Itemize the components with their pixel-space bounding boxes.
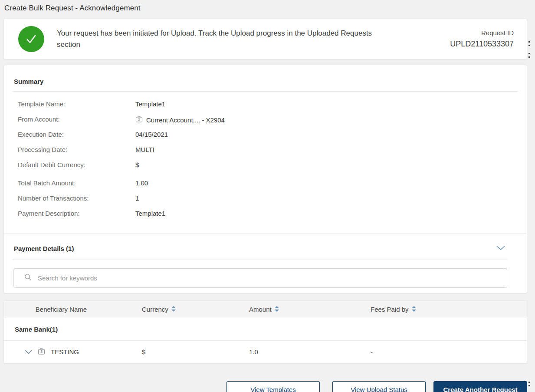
payment-details-header: Payment Details (1) [4,234,527,252]
column-header-label: Currency [142,306,168,313]
summary-label: Number of Transactions: [18,194,135,202]
view-templates-button[interactable]: View Templates [226,381,320,392]
edge-artifact [528,45,530,46]
search-box[interactable] [13,268,507,288]
summary-label: From Account: [18,115,135,123]
summary-label: Total Batch Amount: [18,179,135,187]
sort-icon[interactable] [171,306,176,313]
acknowledgement-message: Your request has been initiated for Uplo… [57,28,376,50]
summary-row-payment-description: Payment Description: Template1 [18,210,527,225]
column-header-label: Amount [249,306,272,313]
summary-value: Template1 [135,100,165,108]
fees-paid-by-cell: - [371,348,527,356]
summary-heading: Summary [4,65,527,85]
edge-artifact [528,382,530,383]
payment-details-table: Beneficiary Name Currency Amount [3,300,527,363]
edge-artifact [528,385,530,386]
summary-row-processing-date: Processing Date: MULTI [18,146,527,161]
group-row-same-bank: Same Bank(1) [4,318,527,341]
beneficiary-name: TESTING [51,348,79,356]
request-id-label: Request ID [450,29,514,36]
edge-artifact [528,53,530,54]
summary-label: Execution Date: [18,131,135,138]
payment-details-collapse-chevron-down-icon[interactable] [496,244,505,252]
column-header-label: Fees Paid by [371,306,409,313]
summary-row-total-batch-amount: Total Batch Amount: 1,00 [18,179,527,194]
summary-row-execution-date: Execution Date: 04/15/2021 [18,131,527,146]
summary-value: MULTI [135,146,154,153]
sort-icon[interactable] [274,306,279,313]
summary-label: Payment Description: [18,210,135,217]
svg-text:$: $ [40,349,43,354]
summary-label: Template Name: [18,100,135,108]
table-row: $ TESTING $ 1.0 - [4,341,527,363]
summary-value: 1 [135,194,139,202]
edge-artifact [528,56,530,58]
request-id-block: Request ID UPLD2110533307 [450,29,514,49]
summary-label: Default Debit Currency: [18,161,135,168]
summary-value: $ Current Account.... - X2904 [135,115,225,124]
search-input[interactable] [38,274,501,282]
payment-details-heading: Payment Details (1) [14,245,74,252]
request-id-value: UPLD2110533307 [450,40,514,49]
summary-row-number-of-transactions: Number of Transactions: 1 [18,194,527,210]
summary-label: Processing Date: [18,146,135,153]
view-upload-status-button[interactable]: View Upload Status [332,381,426,392]
column-header-currency[interactable]: Currency [142,306,249,313]
summary-value: 04/15/2021 [135,131,168,138]
payment-details-divider [13,260,507,260]
search-icon [24,273,32,283]
sort-icon[interactable] [411,306,417,313]
currency-cell: $ [142,348,249,356]
summary-card: Summary Template Name: Template1 From Ac… [3,65,527,293]
svg-text:$: $ [138,117,140,122]
row-expander-chevron-down-icon[interactable] [25,350,32,354]
page-title: Create Bulk Request - Acknowledgement [0,0,535,13]
bulk-request-acknowledgement-page: Create Bulk Request - Acknowledgement Yo… [0,0,535,392]
summary-value: Template1 [135,210,165,217]
edge-artifact [528,41,530,43]
column-header-label: Beneficiary Name [36,306,87,313]
group-label: Same Bank(1) [15,326,58,333]
summary-value: 1,00 [135,179,148,187]
column-header-fees-paid-by[interactable]: Fees Paid by [371,306,527,313]
acknowledgement-banner: Your request has been initiated for Uplo… [3,18,527,59]
create-another-request-button[interactable]: Create Another Request [433,381,527,392]
footer-actions: View Templates View Upload Status Create… [0,381,527,392]
from-account-value: Current Account.... - X2904 [146,116,225,124]
beneficiary-cell: $ TESTING [4,348,142,356]
summary-value: $ [135,161,139,168]
beneficiary-briefcase-icon: $ [38,348,45,356]
account-briefcase-icon: $ [135,115,143,124]
column-header-amount[interactable]: Amount [249,306,371,313]
column-header-beneficiary-name: Beneficiary Name [4,306,142,313]
summary-row-default-debit-currency: Default Debit Currency: $ [18,161,527,176]
table-header-row: Beneficiary Name Currency Amount [4,301,527,318]
success-check-icon [18,26,44,52]
summary-row-from-account: From Account: $ Current Account.... - X2… [18,115,527,131]
summary-rows: Template Name: Template1 From Account: $… [4,92,527,227]
summary-row-template-name: Template Name: Template1 [18,100,527,115]
amount-cell: 1.0 [249,348,371,356]
